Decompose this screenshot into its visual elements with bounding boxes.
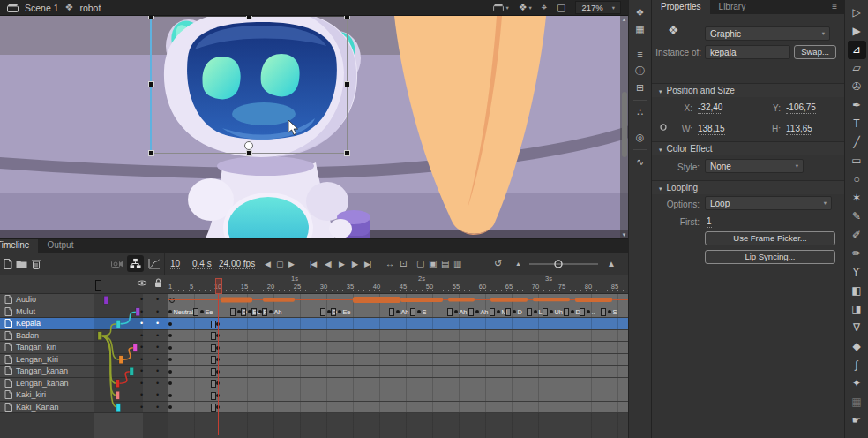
onion-skin-icon[interactable]: ▢ xyxy=(416,253,424,275)
scene-name[interactable]: Scene 1 xyxy=(25,3,59,13)
first-frame-value[interactable]: 1 xyxy=(707,216,712,228)
camera-tool[interactable]: ▦ xyxy=(848,393,866,412)
tab-timeline[interactable]: Timeline xyxy=(0,239,38,253)
phoneme-end-frame[interactable] xyxy=(505,308,511,316)
loop-playback-icon[interactable]: ⊡ xyxy=(400,253,407,275)
layer-row-Lengan_kanan[interactable]: Lengan_kanan•• xyxy=(0,378,168,390)
phoneme-end-frame[interactable] xyxy=(468,308,474,316)
zoom-out-icon[interactable]: ▲ xyxy=(515,253,521,275)
selection-handle[interactable] xyxy=(149,151,153,155)
frames-row-Tangan_kanan[interactable] xyxy=(168,366,628,378)
frames-row-Mulut[interactable]: NeutralEeDEeFAhDEeAhSAhAhMDLUhD..S xyxy=(168,306,628,319)
layer-row-Audio[interactable]: Audio•• xyxy=(0,294,168,306)
end-frame[interactable] xyxy=(211,380,216,388)
asset-warp-tool[interactable]: ✦ xyxy=(848,374,866,393)
layer-row-Kaki_Kanan[interactable]: Kaki_Kanan•• xyxy=(0,402,168,414)
phoneme-end-frame[interactable] xyxy=(331,308,336,316)
phoneme-end-frame[interactable] xyxy=(410,308,415,316)
center-playhead-icon[interactable]: ↔ xyxy=(385,253,394,275)
classic-brush-tool[interactable]: ✏ xyxy=(848,245,866,263)
lock-icon[interactable] xyxy=(154,278,162,288)
panels-icon[interactable]: ▦ xyxy=(630,21,651,38)
selection-handle[interactable] xyxy=(345,151,349,155)
layer-row-Lengan_Kiri[interactable]: Lengan_Kiri•• xyxy=(0,354,168,366)
symbol-behavior-select[interactable]: Graphic▾ xyxy=(705,26,830,41)
selection-bounding-box[interactable] xyxy=(150,16,348,154)
loop-options-select[interactable]: Loop▾ xyxy=(705,196,832,210)
phoneme-end-frame[interactable] xyxy=(262,308,267,316)
frame-rate[interactable]: 24.00 fps xyxy=(219,258,255,269)
art-brush-tool[interactable]: ✐ xyxy=(848,226,866,245)
layer-row-Kaki_kiri[interactable]: Kaki_kiri•• xyxy=(0,389,168,402)
zoom-in-icon[interactable]: ▲ xyxy=(607,253,616,275)
layer-lock-dot[interactable]: • xyxy=(156,307,159,316)
end-frame[interactable] xyxy=(211,344,216,352)
step-back-icon[interactable]: ◀ xyxy=(265,253,271,275)
phoneme-end-frame[interactable] xyxy=(564,308,569,316)
motion-graph-icon[interactable]: ∿ xyxy=(630,154,651,170)
keyframe[interactable] xyxy=(168,381,172,385)
text-tool[interactable]: T xyxy=(848,115,866,133)
selection-handle[interactable] xyxy=(247,16,251,19)
phoneme-keyframe[interactable] xyxy=(168,310,172,313)
layer-lock-dot[interactable]: • xyxy=(156,319,159,328)
y-value[interactable]: -106,75 xyxy=(786,102,816,114)
next-keyframe-icon[interactable]: |▶ xyxy=(351,253,357,275)
end-frame[interactable] xyxy=(211,368,216,376)
end-frame[interactable] xyxy=(211,332,216,340)
paint-bucket-tool[interactable]: ◧ xyxy=(848,282,866,300)
stage-canvas[interactable]: ▲ ▼ xyxy=(0,16,628,238)
layer-lock-dot[interactable]: • xyxy=(156,343,159,351)
camera-icon[interactable] xyxy=(111,253,123,275)
keyframe[interactable] xyxy=(168,394,172,397)
w-value[interactable]: 138,15 xyxy=(698,124,725,135)
h-value[interactable]: 113,65 xyxy=(786,124,812,135)
frames-row-Kaki_kiri[interactable] xyxy=(168,389,628,402)
layer-lock-dot[interactable]: • xyxy=(156,331,159,340)
phoneme-end-frame[interactable] xyxy=(389,308,394,316)
edit-symbols-icon[interactable]: ❖▾ xyxy=(519,3,532,12)
phoneme-end-frame[interactable] xyxy=(527,308,532,316)
phoneme-keyframe[interactable] xyxy=(571,310,574,313)
polystar-tool[interactable]: ✶ xyxy=(848,189,866,208)
lip-syncing-button[interactable]: Lip Syncing... xyxy=(705,250,835,264)
section-color-effect[interactable]: ▾Color Effect xyxy=(652,141,845,155)
step-forward-icon[interactable]: ▶ xyxy=(288,253,295,275)
transform-panel-icon[interactable]: ⊞ xyxy=(630,79,651,96)
tab-properties[interactable]: Properties xyxy=(652,0,710,14)
layer-lock-dot[interactable]: • xyxy=(156,403,159,412)
align-icon[interactable]: ≡ xyxy=(630,46,651,63)
phoneme-end-frame[interactable] xyxy=(447,308,453,316)
phoneme-keyframe[interactable] xyxy=(497,310,500,313)
frames-row-Lengan_kanan[interactable] xyxy=(168,378,628,390)
section-looping[interactable]: ▾Looping xyxy=(652,180,845,194)
use-frame-picker-button[interactable]: Use Frame Picker... xyxy=(705,231,835,245)
phoneme-keyframe[interactable] xyxy=(269,310,273,313)
phoneme-end-frame[interactable] xyxy=(580,308,585,316)
instance-name-field[interactable]: kepala xyxy=(705,45,790,59)
go-last-frame-icon[interactable]: ▶| xyxy=(364,253,370,275)
phoneme-keyframe[interactable] xyxy=(200,310,204,313)
phoneme-keyframe[interactable] xyxy=(550,310,553,313)
frames-row-Badan[interactable] xyxy=(168,330,628,343)
pen-tool[interactable]: ✒ xyxy=(848,96,866,115)
phoneme-keyframe[interactable] xyxy=(417,310,421,313)
selection-handle[interactable] xyxy=(247,151,251,155)
reset-zoom-icon[interactable]: ↺ xyxy=(494,253,502,275)
gradient-transform-tool[interactable]: ▱ xyxy=(848,59,866,78)
phoneme-keyframe[interactable] xyxy=(475,310,479,313)
end-frame[interactable] xyxy=(211,392,216,400)
swatches-icon[interactable]: ❖ xyxy=(630,4,651,21)
scene-clapper-icon[interactable] xyxy=(7,4,19,12)
layer-row-Badan[interactable]: Badan•• xyxy=(0,330,168,343)
phoneme-end-frame[interactable] xyxy=(542,308,548,316)
x-value[interactable]: -32,40 xyxy=(698,102,722,114)
canvas-vertical-scrollbar[interactable]: ▲ ▼ xyxy=(620,16,628,238)
eye-icon[interactable] xyxy=(137,279,147,287)
keyframe[interactable] xyxy=(168,334,172,337)
frames-row-Audio[interactable] xyxy=(168,294,628,306)
keyframe[interactable] xyxy=(168,322,172,326)
layer-visibility-dot[interactable]: • xyxy=(140,366,143,375)
edited-symbol-name[interactable]: robot xyxy=(79,3,101,13)
phoneme-end-frame[interactable] xyxy=(193,308,198,316)
